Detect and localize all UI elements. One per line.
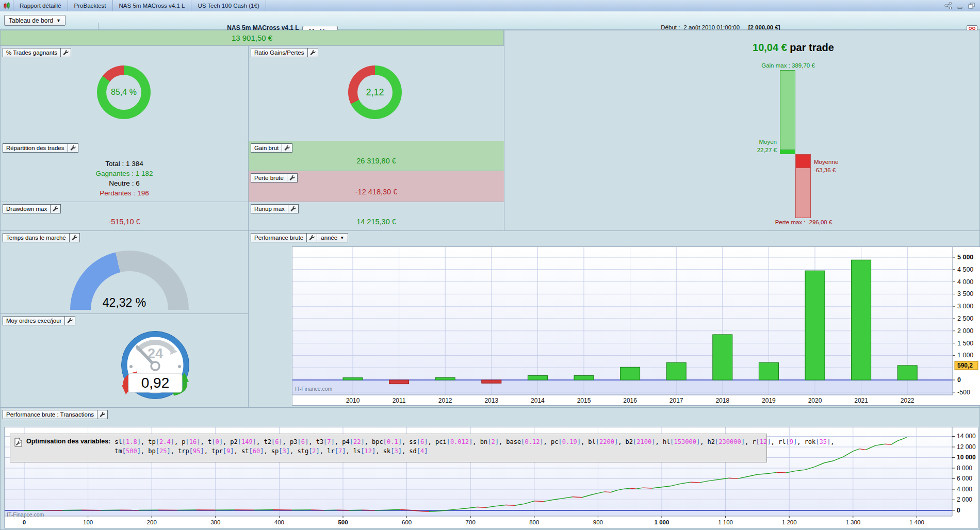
period-select[interactable]: année ▼ (317, 233, 348, 242)
document-wrench-icon[interactable] (14, 438, 22, 447)
year-bar (528, 375, 547, 380)
svg-text:3 000: 3 000 (957, 303, 973, 310)
svg-text:2019: 2019 (762, 397, 776, 404)
svg-text:2021: 2021 (854, 397, 868, 404)
gross-gain-title: Gain brut (251, 143, 282, 153)
winning-trades-panel: % Trades gagnants 85,4 % (0, 45, 249, 141)
dashboard-view-label: Tableau de bord (9, 17, 53, 24)
wrench-icon[interactable] (307, 233, 317, 242)
average-loss-label: Moyenne -63,36 € (814, 158, 896, 174)
ratio-donut: 2,12 (348, 65, 402, 119)
gain-bar (780, 70, 795, 154)
gain-max-label: Gain max : 389,70 € (721, 62, 855, 69)
gross-loss-panel: Perte brute -12 418,30 € (248, 171, 504, 202)
time-in-market-title: Temps dans le marché (3, 233, 70, 242)
winning-trades-title: % Trades gagnants (3, 48, 61, 57)
per-trade-suffix: par trade (787, 42, 834, 53)
variables-line-2: tm[500], bp[25], trp[95], tpr[9], st[60]… (115, 446, 834, 456)
tab-strategy[interactable]: NAS 5m MACross v4.1 L (113, 0, 192, 11)
tab-bar: Rapport détaillé ProBacktest NAS 5m MACr… (0, 0, 980, 11)
svg-text:1 000: 1 000 (957, 352, 973, 359)
wrench-icon[interactable] (65, 316, 75, 325)
wrench-icon[interactable] (288, 204, 299, 213)
minimize-icon[interactable] (957, 3, 963, 9)
wrench-icon[interactable] (70, 233, 80, 242)
restore-window-icon[interactable] (968, 3, 975, 9)
svg-text:100: 100 (83, 519, 93, 525)
year-bar (574, 375, 594, 380)
loss-max-label: Perte max : -296,00 € (742, 219, 865, 225)
year-bar (713, 335, 732, 380)
total-gain-banner: 13 901,50 € (0, 30, 504, 46)
svg-text:IT-Finance.com: IT-Finance.com (295, 386, 333, 392)
svg-text:900: 900 (593, 519, 603, 525)
trade-repartition-panel: Répartition des trades Total : 1 384Gagn… (0, 141, 249, 202)
svg-text:1 000: 1 000 (655, 519, 669, 525)
svg-text:1 500: 1 500 (957, 340, 973, 347)
average-gain-label: Moyen 22,27 € (700, 138, 777, 154)
repartition-row: Perdantes : 196 (1, 188, 248, 198)
wrench-icon[interactable] (51, 204, 61, 213)
gross-gain-value: 26 319,80 € (249, 157, 504, 165)
app-candlestick-icon (0, 0, 13, 11)
tab-label: US Tech 100 Cash (1€) (198, 3, 259, 9)
variables-line-1: sl[1.8], tp[2.4], p[16], t[0], p2[149], … (115, 437, 834, 446)
average-loss-title: Moyenne (814, 158, 896, 166)
svg-text:2 500: 2 500 (957, 315, 973, 322)
svg-text:5 000: 5 000 (957, 254, 973, 261)
year-bar (343, 378, 363, 380)
repartition-row: Neutre : 6 (1, 178, 248, 188)
gross-gain-panel: Gain brut 26 319,80 € (248, 141, 504, 171)
time-in-market-value: 42,32 % (1, 296, 248, 310)
year-bar (666, 362, 686, 380)
wrench-icon[interactable] (308, 48, 318, 57)
runup-panel: Runup max 14 215,30 € (248, 202, 504, 231)
svg-text:2010: 2010 (346, 397, 360, 404)
svg-text:500: 500 (338, 519, 348, 525)
avg-orders-value-text: 0,92 (141, 375, 170, 391)
svg-text:1 100: 1 100 (718, 519, 733, 525)
per-trade-panel: 10,04 € par trade Gain max : 389,70 € Mo… (504, 30, 980, 231)
year-bar (805, 271, 825, 380)
svg-text:14 000: 14 000 (957, 433, 976, 440)
svg-text:0: 0 (957, 507, 960, 514)
svg-text:2013: 2013 (484, 397, 498, 404)
svg-text:300: 300 (210, 519, 220, 525)
tab-instrument[interactable]: US Tech 100 Cash (1€) (191, 0, 266, 11)
svg-text:600: 600 (402, 519, 412, 525)
gain-average-segment (780, 150, 795, 154)
average-loss-value: -63,36 € (814, 166, 896, 174)
wrench-icon[interactable] (282, 143, 292, 153)
dashboard-view-select[interactable]: Tableau de bord ▼ (4, 15, 66, 26)
tab-probacktest[interactable]: ProBacktest (68, 0, 113, 11)
svg-text:4 000: 4 000 (957, 278, 973, 286)
wrench-icon[interactable] (68, 143, 78, 153)
repartition-row: Total : 1 384 (1, 159, 248, 169)
wrench-icon[interactable] (61, 48, 71, 57)
svg-text:8 000: 8 000 (957, 465, 972, 472)
chevron-down-icon: ▼ (56, 18, 61, 23)
year-bar (482, 380, 501, 383)
yearly-performance-title: Performance brute (251, 233, 307, 242)
chevron-down-icon: ▼ (340, 236, 344, 240)
average-gain-title: Moyen (700, 138, 777, 146)
svg-text:2020: 2020 (808, 397, 822, 404)
winning-trades-value: 85,4 % (111, 88, 137, 97)
share-icon[interactable] (944, 2, 952, 9)
svg-text:2014: 2014 (531, 397, 545, 404)
loss-average-segment (795, 154, 811, 168)
year-bar (759, 362, 778, 380)
year-bar (897, 366, 917, 380)
window-controls (944, 0, 980, 11)
tab-rapport-detaille[interactable]: Rapport détaillé (13, 0, 68, 11)
tab-label: NAS 5m MACross v4.1 L (119, 3, 185, 9)
wrench-icon[interactable] (287, 173, 298, 183)
tab-label: ProBacktest (74, 3, 106, 9)
runup-title: Runup max (251, 204, 288, 213)
svg-text:10 000: 10 000 (957, 454, 976, 461)
variables-values: sl[1.8], tp[2.4], p[16], t[0], p2[149], … (115, 437, 834, 456)
wrench-icon[interactable] (97, 410, 108, 419)
svg-text:400: 400 (274, 519, 284, 525)
tab-label: Rapport détaillé (20, 3, 61, 9)
svg-text:2018: 2018 (715, 397, 729, 404)
